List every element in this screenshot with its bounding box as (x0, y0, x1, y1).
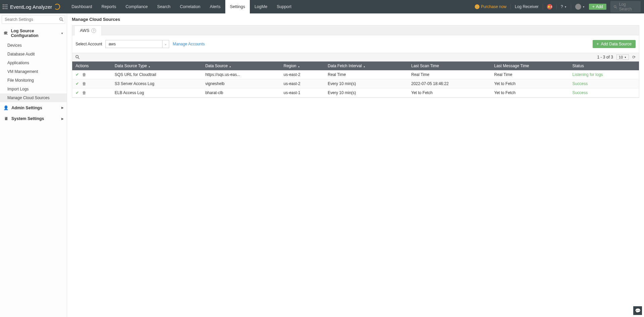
page-size-select[interactable]: 10 ▼ (616, 54, 629, 60)
col-last-message-time[interactable]: Last Message Time (491, 62, 569, 70)
nav-item-reports[interactable]: Reports (97, 0, 121, 13)
sidebar-item-devices[interactable]: Devices (0, 41, 67, 50)
cell-last-scan: Real Time (408, 70, 491, 79)
pagination-label: 1 - 3 of 3 (597, 55, 613, 60)
chat-fab-button[interactable]: 💬 (633, 306, 642, 315)
nav-item-correlation[interactable]: Correlation (175, 0, 205, 13)
sidebar-item-manage-cloud-sources[interactable]: Manage Cloud Sources (0, 93, 67, 102)
nav-item-logme[interactable]: LogMe (250, 0, 272, 13)
cell-region: us-east-2 (280, 70, 324, 79)
nav-item-alerts[interactable]: Alerts (205, 0, 225, 13)
tab-label: AWS (80, 28, 89, 33)
apps-grid-icon[interactable] (0, 4, 10, 9)
table-row: ✔🗑S3 Server Access Logvigneshelbus-east-… (72, 79, 639, 88)
sidebar-section-log-source[interactable]: 🛠 Log Source Configuration ▼ (0, 26, 67, 41)
page-size-value: 10 (619, 55, 623, 59)
log-receiver-link[interactable]: Log Receiver (515, 4, 539, 9)
nav-item-compliance[interactable]: Compliance (121, 0, 152, 13)
cell-status: Success (569, 79, 639, 88)
manage-accounts-link[interactable]: Manage Accounts (173, 42, 204, 46)
user-icon (575, 4, 581, 10)
sidebar-item-applications[interactable]: Applications (0, 58, 67, 67)
svg-point-11 (59, 18, 62, 21)
svg-rect-3 (3, 6, 4, 7)
help-icon[interactable]: ? (91, 28, 96, 33)
user-menu-button[interactable]: ▼ (575, 4, 585, 10)
delete-icon[interactable]: 🗑 (82, 72, 86, 77)
cart-icon: 🛒 (475, 4, 479, 9)
cell-source: https://sqs.us-eas... (202, 70, 280, 79)
col-region[interactable]: Region▲ (280, 62, 324, 70)
col-data-source[interactable]: Data Source▲ (202, 62, 280, 70)
svg-line-12 (62, 20, 63, 22)
divider (556, 4, 557, 9)
tab-aws[interactable]: AWS ? (74, 26, 102, 36)
sidebar-search-input[interactable] (2, 15, 58, 24)
chevron-down-icon: ▼ (564, 6, 567, 8)
search-icon (58, 15, 65, 24)
cell-status: Success (569, 88, 639, 97)
log-search-label: Log Search (619, 2, 637, 11)
sidebar-item-database-audit[interactable]: Database Audit (0, 50, 67, 58)
col-status[interactable]: Status (569, 62, 639, 70)
sidebar-search[interactable] (2, 15, 65, 24)
delete-icon[interactable]: 🗑 (82, 90, 86, 95)
sidebar-section-system[interactable]: 🖥 System Settings ▶ (0, 113, 67, 124)
nav-item-support[interactable]: Support (272, 0, 296, 13)
brand-logo: EventLog Analyzer (10, 4, 67, 10)
cell-source: vigneshelb (202, 79, 280, 88)
col-last-scan-time[interactable]: Last Scan Time (408, 62, 491, 70)
divider (510, 4, 511, 9)
settings-sidebar: 🛠 Log Source Configuration ▼ DevicesData… (0, 13, 67, 317)
search-icon (614, 5, 617, 9)
purchase-now-label: Purchase now (481, 4, 506, 9)
sidebar-item-vm-management[interactable]: VM Management (0, 67, 67, 76)
sort-icon: ▲ (229, 65, 231, 68)
refresh-icon[interactable]: ⟳ (632, 55, 636, 60)
search-icon[interactable] (76, 55, 80, 59)
col-data-source-type[interactable]: Data Source Type▲ (111, 62, 202, 70)
col-data-fetch-interval[interactable]: Data Fetch Interval▲ (324, 62, 408, 70)
select-account-label: Select Account (76, 42, 102, 46)
help-button[interactable]: ?▼ (561, 4, 567, 9)
svg-line-10 (616, 7, 617, 8)
sidebar-section-admin[interactable]: 👤 Admin Settings ▶ (0, 102, 67, 113)
sidebar-item-import-logs[interactable]: Import Logs (0, 85, 67, 93)
svg-rect-4 (5, 6, 6, 7)
monitor-icon: 🖥 (3, 116, 9, 121)
add-data-source-button[interactable]: + Add Data Source (593, 40, 636, 48)
cell-region: us-east-2 (280, 79, 324, 88)
nav-item-search[interactable]: Search (152, 0, 175, 13)
nav-item-dashboard[interactable]: Dashboard (67, 0, 97, 13)
sidebar-item-file-monitoring[interactable]: File Monitoring (0, 76, 67, 85)
nav-item-settings[interactable]: Settings (225, 0, 250, 13)
notif-count: 4 (551, 5, 552, 8)
enable-icon[interactable]: ✔ (76, 72, 79, 77)
svg-rect-1 (5, 4, 6, 5)
account-selected-value: aws (106, 42, 162, 46)
main-nav: DashboardReportsComplianceSearchCorrelat… (67, 0, 296, 13)
svg-rect-7 (5, 8, 6, 9)
admin-icon: 👤 (3, 105, 9, 110)
delete-icon[interactable]: 🗑 (82, 81, 86, 86)
notifications-button[interactable]: 🔔4 (547, 4, 552, 9)
cell-region: us-east-1 (280, 88, 324, 97)
cell-interval: Every 10 min(s) (324, 88, 408, 97)
purchase-now-link[interactable]: 🛒 Purchase now (475, 4, 506, 9)
account-select[interactable]: aws ⌄ (105, 40, 169, 48)
chevron-down-icon: ⌄ (162, 40, 169, 48)
sort-icon: ▲ (363, 65, 365, 68)
cell-interval: Every 10 min(s) (324, 79, 408, 88)
chevron-right-icon: ▶ (61, 117, 63, 120)
brand-swirl-icon (54, 4, 60, 10)
divider (571, 4, 571, 9)
chevron-down-icon: ▼ (624, 56, 627, 58)
add-button[interactable]: +Add (589, 4, 606, 10)
enable-icon[interactable]: ✔ (76, 90, 79, 95)
cell-type: S3 Server Access Log (111, 79, 202, 88)
log-search-button[interactable]: Log Search (610, 1, 641, 12)
enable-icon[interactable]: ✔ (76, 81, 79, 86)
section-label: Admin Settings (11, 106, 42, 110)
chevron-down-icon: ▼ (61, 32, 63, 35)
chevron-down-icon: ▼ (583, 6, 585, 8)
